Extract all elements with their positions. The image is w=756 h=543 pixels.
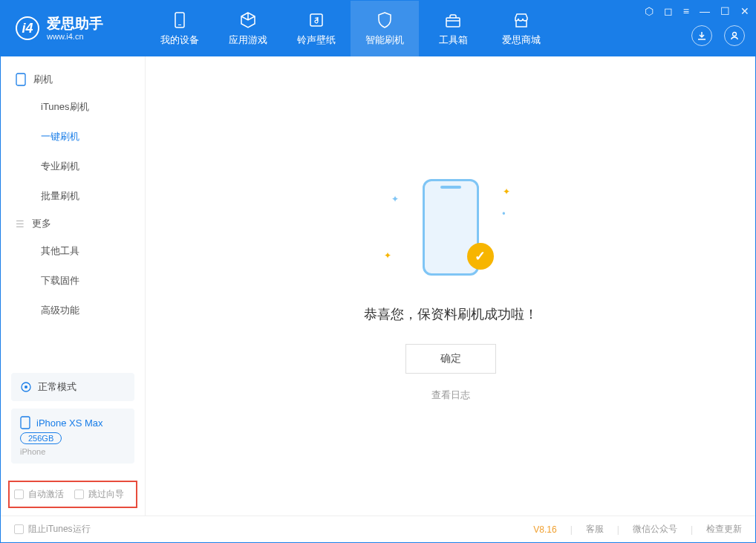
minimize-button[interactable]: —: [700, 5, 710, 17]
check-update-link[interactable]: 检查更新: [706, 523, 742, 536]
device-icon: [20, 416, 30, 429]
device-type: iPhone: [20, 447, 126, 456]
sidebar-item-itunes[interactable]: iTunes刷机: [1, 92, 145, 122]
checkbox-icon: [14, 524, 24, 534]
sidebar-item-advanced[interactable]: 高级功能: [1, 296, 145, 325]
tab-flash[interactable]: 智能刷机: [351, 1, 419, 56]
support-link[interactable]: 客服: [586, 523, 604, 536]
tab-toolbox[interactable]: 工具箱: [419, 1, 487, 56]
wechat-link[interactable]: 微信公众号: [633, 523, 677, 536]
success-title: 恭喜您，保资料刷机成功啦！: [364, 305, 538, 323]
auto-activate-checkbox[interactable]: 自动激活: [14, 488, 64, 501]
tab-ringtones[interactable]: 铃声壁纸: [282, 1, 351, 56]
store-icon: [512, 11, 530, 29]
app-name: 爱思助手: [47, 16, 103, 32]
sync-icon: [20, 381, 32, 393]
app-logo-icon: i4: [16, 16, 39, 40]
svg-point-4: [733, 33, 737, 36]
sidebar: 刷机 iTunes刷机 一键刷机 专业刷机 批量刷机 ☰ 更多 其他工具 下载固…: [1, 56, 146, 517]
svg-rect-5: [16, 74, 25, 85]
nav-tabs: 我的设备 应用游戏 铃声壁纸 智能刷机 工具箱 爱思商城: [146, 1, 555, 56]
tab-apps[interactable]: 应用游戏: [214, 1, 282, 56]
check-badge-icon: ✓: [467, 243, 494, 270]
window-controls: ⬡ ◻ ≡ — ☐ ✕: [645, 5, 749, 17]
user-button[interactable]: [724, 25, 745, 46]
success-illustration: ✦ ✦ ✦ • ✓: [369, 172, 532, 283]
toolbox-icon: [444, 11, 462, 29]
close-button[interactable]: ✕: [740, 5, 749, 17]
stop-itunes-checkbox[interactable]: 阻止iTunes运行: [14, 523, 91, 536]
sidebar-item-batch[interactable]: 批量刷机: [1, 181, 145, 211]
list-icon: ☰: [16, 218, 25, 230]
skip-guide-checkbox[interactable]: 跳过向导: [74, 488, 124, 501]
footer: 阻止iTunes运行 V8.16 | 客服 | 微信公众号 | 检查更新: [1, 516, 755, 542]
music-icon: [307, 11, 325, 29]
header-actions: [691, 25, 745, 46]
maximize-button[interactable]: ☐: [720, 5, 730, 17]
tab-store[interactable]: 爱思商城: [487, 1, 555, 56]
download-button[interactable]: [691, 25, 712, 46]
svg-rect-3: [446, 18, 460, 27]
device-capacity: 256GB: [20, 432, 62, 444]
app-header: i4 爱思助手 www.i4.cn 我的设备 应用游戏 铃声壁纸 智能刷机 工具…: [1, 1, 755, 56]
sidebar-group-flash: 刷机: [1, 67, 145, 92]
svg-point-7: [25, 386, 27, 388]
checkbox-icon: [14, 490, 24, 499]
sidebar-group-more: ☰ 更多: [1, 211, 145, 236]
view-log-link[interactable]: 查看日志: [431, 388, 470, 402]
mode-label: 正常模式: [38, 380, 76, 394]
sidebar-item-pro[interactable]: 专业刷机: [1, 152, 145, 181]
sidebar-item-firmware[interactable]: 下载固件: [1, 266, 145, 296]
menu-icon[interactable]: ≡: [683, 5, 689, 17]
device-panel: 正常模式 iPhone XS Max 256GB iPhone: [11, 373, 134, 464]
logo-section: i4 爱思助手 www.i4.cn: [1, 16, 146, 41]
device-box[interactable]: iPhone XS Max 256GB iPhone: [11, 409, 134, 464]
sidebar-item-other[interactable]: 其他工具: [1, 236, 145, 266]
sparkle-icon: ✦: [503, 186, 510, 197]
phone-icon: [16, 73, 26, 86]
svg-rect-1: [178, 25, 181, 25]
window-icon[interactable]: ◻: [664, 5, 673, 17]
checkbox-icon: [74, 490, 84, 499]
cube-icon: [239, 11, 257, 29]
app-subtitle: www.i4.cn: [47, 32, 103, 41]
device-icon: [171, 11, 189, 29]
sparkle-icon: •: [502, 209, 505, 219]
tab-my-device[interactable]: 我的设备: [146, 1, 214, 56]
version-label: V8.16: [533, 524, 556, 535]
sidebar-item-oneclick[interactable]: 一键刷机: [1, 122, 145, 152]
highlighted-options: 自动激活 跳过向导: [8, 481, 137, 508]
shield-icon: [376, 11, 394, 29]
device-name: iPhone XS Max: [36, 417, 103, 429]
main-content: ✦ ✦ ✦ • ✓ 恭喜您，保资料刷机成功啦！ 确定 查看日志: [146, 56, 755, 517]
sparkle-icon: ✦: [384, 250, 391, 261]
shirt-icon[interactable]: ⬡: [645, 5, 654, 17]
confirm-button[interactable]: 确定: [405, 344, 496, 374]
sparkle-icon: ✦: [391, 194, 399, 204]
svg-rect-8: [21, 417, 30, 429]
mode-box[interactable]: 正常模式: [11, 373, 134, 401]
